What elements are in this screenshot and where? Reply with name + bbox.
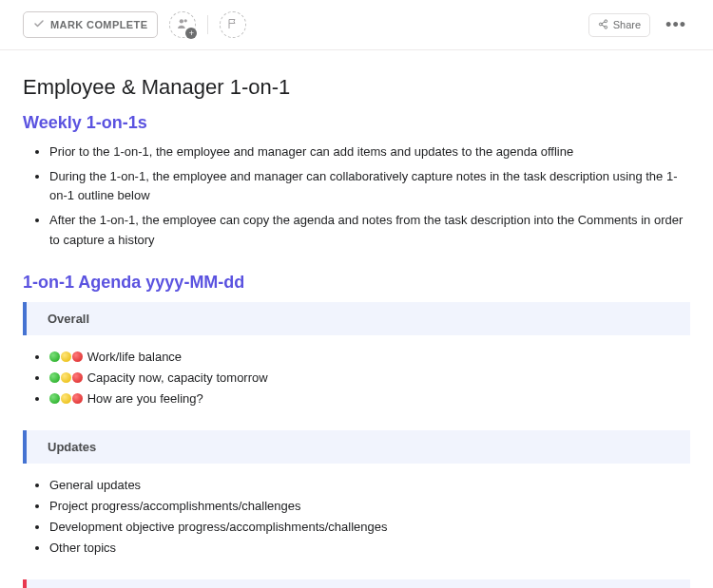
svg-point-4 [605,26,607,28]
toolbar: MARK COMPLETE + Share ••• [0,0,713,50]
list-item[interactable]: Work/life balance [49,347,690,368]
updates-list: General updates Project progress/accompl… [23,475,690,559]
green-dot-icon [49,393,60,404]
list-item[interactable]: During the 1-on-1, the employee and mana… [49,167,690,205]
updates-block-header[interactable]: Updates [23,430,690,464]
yellow-dot-icon [61,372,71,383]
share-label: Share [613,19,641,30]
svg-line-6 [602,25,605,27]
updates-label: Updates [48,440,96,454]
list-item[interactable]: Capacity now, capacity tomorrow [49,368,690,389]
weekly-heading[interactable]: Weekly 1-on-1s [23,113,690,133]
share-icon [598,19,608,31]
overall-list: Work/life balance Capacity now, capacity… [23,347,690,409]
more-actions-button[interactable]: ••• [662,16,690,33]
list-item[interactable]: After the 1-on-1, the employee can copy … [49,211,690,249]
add-assignee-button[interactable]: + [169,11,196,38]
overall-item-text: How are you feeling? [87,391,203,406]
list-item[interactable]: Other topics [49,538,690,559]
overall-item-text: Work/life balance [87,350,182,364]
list-item[interactable]: Development objective progress/accomplis… [49,517,690,538]
overall-label: Overall [48,312,89,326]
share-button[interactable]: Share [588,13,650,37]
red-dot-icon [72,372,83,383]
svg-point-1 [183,19,186,22]
green-dot-icon [49,351,60,362]
svg-point-2 [605,19,607,22]
check-icon [33,18,45,31]
list-item[interactable]: Project progress/accomplishments/challen… [49,496,690,517]
yellow-dot-icon [61,351,71,362]
overall-block-header[interactable]: Overall [23,302,690,335]
plus-icon: + [185,28,197,39]
yellow-dot-icon [61,393,71,404]
document-body: Employee & Manager 1-on-1 Weekly 1-on-1s… [0,50,713,588]
svg-point-3 [599,23,602,26]
toolbar-divider [207,15,208,34]
list-item[interactable]: General updates [49,475,690,496]
mark-complete-label: MARK COMPLETE [50,19,147,30]
mark-complete-button[interactable]: MARK COMPLETE [23,11,158,38]
svg-point-0 [180,19,183,23]
overall-item-text: Capacity now, capacity tomorrow [87,370,268,385]
action-items-block-header[interactable]: Action Items [23,579,690,588]
list-item[interactable]: How are you feeling? [49,389,690,409]
red-dot-icon [72,393,83,404]
agenda-heading[interactable]: 1-on-1 Agenda yyyy-MM-dd [23,273,690,293]
page-title[interactable]: Employee & Manager 1-on-1 [23,75,690,100]
green-dot-icon [49,372,60,383]
add-flag-button[interactable] [220,11,246,38]
list-item[interactable]: Prior to the 1-on-1, the employee and ma… [49,142,690,161]
red-dot-icon [72,351,83,362]
svg-line-5 [602,21,605,23]
flag-icon [227,18,239,32]
weekly-list: Prior to the 1-on-1, the employee and ma… [23,142,690,250]
